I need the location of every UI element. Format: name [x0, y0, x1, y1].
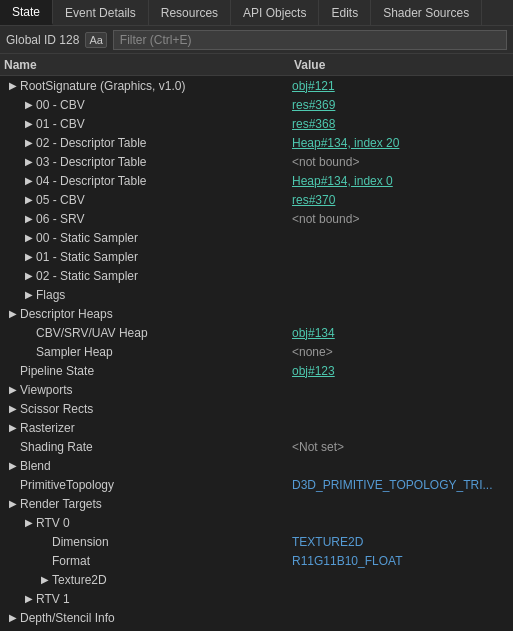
row-value-label: <not bound>: [292, 155, 363, 169]
tab-api-objects[interactable]: API Objects: [231, 0, 319, 25]
tree-row[interactable]: ▶00 - Static Sampler: [0, 228, 513, 247]
toggle-expand-icon[interactable]: ▶: [6, 402, 20, 416]
tree-row[interactable]: ▶Viewports: [0, 380, 513, 399]
toggle-expand-icon[interactable]: ▶: [22, 193, 36, 207]
tree-row[interactable]: CBV/SRV/UAV Heapobj#134: [0, 323, 513, 342]
tree-row[interactable]: ▶Blend: [0, 456, 513, 475]
aa-button[interactable]: Aa: [85, 32, 106, 48]
toggle-expand-icon[interactable]: ▶: [22, 117, 36, 131]
tree-container[interactable]: ▶RootSignature (Graphics, v1.0)obj#121▶0…: [0, 76, 513, 631]
value-cell[interactable]: res#368: [292, 117, 511, 131]
tree-row[interactable]: Pipeline Stateobj#123: [0, 361, 513, 380]
value-cell[interactable]: obj#121: [292, 79, 511, 93]
tree-row[interactable]: DimensionTEXTURE2D: [0, 532, 513, 551]
name-cell: ▶02 - Descriptor Table: [2, 136, 292, 150]
tab-bar: State Event Details Resources API Object…: [0, 0, 513, 26]
tab-resources[interactable]: Resources: [149, 0, 231, 25]
toggle-expand-icon[interactable]: ▶: [6, 611, 20, 625]
value-cell[interactable]: obj#123: [292, 364, 511, 378]
row-name-label: Descriptor Heaps: [20, 307, 113, 321]
tree-row[interactable]: ▶Scissor Rects: [0, 399, 513, 418]
tree-row[interactable]: ▶RootSignature (Graphics, v1.0)obj#121: [0, 76, 513, 95]
toggle-expand-icon[interactable]: ▶: [22, 212, 36, 226]
name-cell: ▶Flags: [2, 288, 292, 302]
toggle-expand-icon[interactable]: ▶: [6, 421, 20, 435]
toggle-expand-icon[interactable]: ▶: [6, 459, 20, 473]
row-value-label: TEXTURE2D: [292, 535, 367, 549]
value-cell[interactable]: Heap#134, index 20: [292, 136, 511, 150]
name-cell: ▶04 - Descriptor Table: [2, 174, 292, 188]
tab-event-details[interactable]: Event Details: [53, 0, 149, 25]
row-name-label: 03 - Descriptor Table: [36, 155, 147, 169]
name-cell: ▶RTV 1: [2, 592, 292, 606]
name-cell: ▶Depth/Stencil Info: [2, 611, 292, 625]
tree-row[interactable]: PrimitiveTopologyD3D_PRIMITIVE_TOPOLOGY_…: [0, 475, 513, 494]
tree-row[interactable]: ▶05 - CBVres#370: [0, 190, 513, 209]
tree-row[interactable]: FormatR11G11B10_FLOAT: [0, 551, 513, 570]
name-cell: Format: [2, 554, 292, 568]
value-cell: D3D_PRIMITIVE_TOPOLOGY_TRI...: [292, 478, 511, 492]
tree-row[interactable]: ▶Rasterizer: [0, 418, 513, 437]
toggle-expand-icon[interactable]: ▶: [22, 250, 36, 264]
value-cell[interactable]: obj#134: [292, 326, 511, 340]
toolbar: Global ID 128 Aa: [0, 26, 513, 54]
toggle-expand-icon[interactable]: ▶: [6, 307, 20, 321]
toggle-expand-icon[interactable]: ▶: [22, 516, 36, 530]
tree-row[interactable]: ▶Texture2D: [0, 570, 513, 589]
value-cell: TEXTURE2D: [292, 535, 511, 549]
tree-row[interactable]: ▶RTV 1: [0, 589, 513, 608]
tree-row[interactable]: ▶Depth/Stencil Info: [0, 608, 513, 627]
tree-row[interactable]: ▶00 - CBVres#369: [0, 95, 513, 114]
toggle-expand-icon[interactable]: ▶: [22, 98, 36, 112]
row-name-label: RTV 1: [36, 592, 70, 606]
filter-input[interactable]: [113, 30, 507, 50]
tree-row[interactable]: ▶04 - Descriptor TableHeap#134, index 0: [0, 171, 513, 190]
toggle-expand-icon[interactable]: ▶: [22, 136, 36, 150]
toggle-expand-icon[interactable]: ▶: [22, 269, 36, 283]
tree-row[interactable]: ▶Descriptor Heaps: [0, 304, 513, 323]
row-value-label: obj#123: [292, 364, 339, 378]
value-cell: <not bound>: [292, 155, 511, 169]
name-cell: ▶Render Targets: [2, 497, 292, 511]
row-name-label: 00 - CBV: [36, 98, 85, 112]
row-value-label: obj#121: [292, 79, 339, 93]
tree-row[interactable]: ▶01 - CBVres#368: [0, 114, 513, 133]
value-cell[interactable]: Heap#134, index 0: [292, 174, 511, 188]
row-name-label: RootSignature (Graphics, v1.0): [20, 79, 185, 93]
row-value-label: Heap#134, index 0: [292, 174, 397, 188]
row-name-label: Texture2D: [52, 573, 107, 587]
toggle-expand-icon[interactable]: ▶: [22, 288, 36, 302]
tree-row[interactable]: ▶RTV 0: [0, 513, 513, 532]
value-cell: <not bound>: [292, 212, 511, 226]
name-cell: Shading Rate: [2, 440, 292, 454]
toggle-expand-icon[interactable]: ▶: [38, 573, 52, 587]
col-name-header: Name: [4, 58, 294, 72]
tree-row[interactable]: ▶02 - Descriptor TableHeap#134, index 20: [0, 133, 513, 152]
value-cell[interactable]: res#370: [292, 193, 511, 207]
row-name-label: Scissor Rects: [20, 402, 93, 416]
tab-shader-sources[interactable]: Shader Sources: [371, 0, 482, 25]
value-cell: R11G11B10_FLOAT: [292, 554, 511, 568]
row-name-label: 06 - SRV: [36, 212, 84, 226]
tab-edits[interactable]: Edits: [319, 0, 371, 25]
name-cell: ▶01 - CBV: [2, 117, 292, 131]
tree-row[interactable]: Shading Rate<Not set>: [0, 437, 513, 456]
tree-row[interactable]: ▶03 - Descriptor Table<not bound>: [0, 152, 513, 171]
tree-row[interactable]: ▶06 - SRV<not bound>: [0, 209, 513, 228]
toggle-expand-icon[interactable]: ▶: [22, 174, 36, 188]
toggle-expand-icon[interactable]: ▶: [22, 592, 36, 606]
tree-row[interactable]: ▶Flags: [0, 285, 513, 304]
toggle-expand-icon[interactable]: ▶: [6, 79, 20, 93]
toggle-expand-icon[interactable]: ▶: [6, 497, 20, 511]
toggle-expand-icon[interactable]: ▶: [6, 383, 20, 397]
row-name-label: 02 - Descriptor Table: [36, 136, 147, 150]
tree-row[interactable]: ▶02 - Static Sampler: [0, 266, 513, 285]
name-cell: ▶00 - Static Sampler: [2, 231, 292, 245]
toggle-expand-icon[interactable]: ▶: [22, 155, 36, 169]
toggle-expand-icon[interactable]: ▶: [22, 231, 36, 245]
value-cell[interactable]: res#369: [292, 98, 511, 112]
tree-row[interactable]: ▶01 - Static Sampler: [0, 247, 513, 266]
tree-row[interactable]: Sampler Heap<none>: [0, 342, 513, 361]
tree-row[interactable]: ▶Render Targets: [0, 494, 513, 513]
tab-state[interactable]: State: [0, 0, 53, 25]
